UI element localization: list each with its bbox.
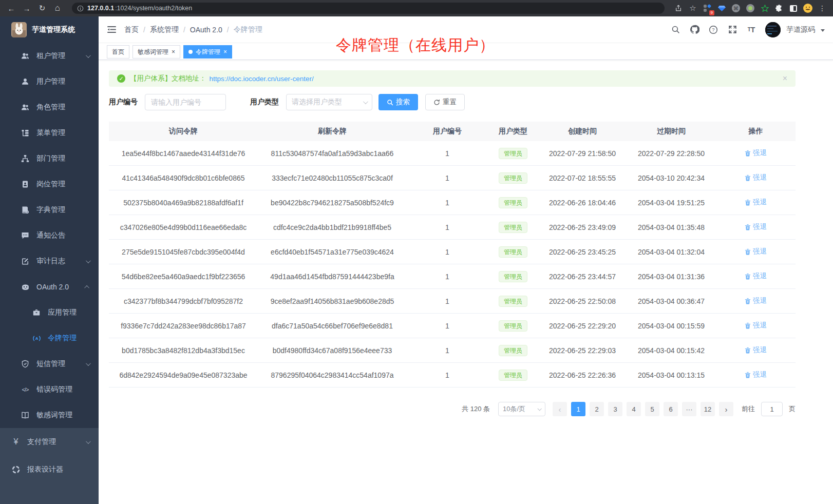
- expires-at-cell: 2054-03-04 01:31:36: [627, 273, 716, 281]
- tab-home[interactable]: 首页: [107, 45, 129, 59]
- sidebar-item-post[interactable]: 岗位管理: [0, 171, 99, 197]
- puzzle-icon[interactable]: [773, 3, 785, 14]
- back-icon[interactable]: ←: [5, 2, 17, 14]
- force-logout-button[interactable]: 强退: [745, 272, 767, 281]
- user-type-select[interactable]: 请选择用户类型: [286, 94, 372, 110]
- trash-icon: [745, 224, 751, 230]
- force-logout-button[interactable]: 强退: [745, 321, 767, 330]
- breadcrumb-system[interactable]: 系统管理: [150, 25, 179, 34]
- chevron-down-icon: [86, 439, 91, 444]
- next-page-button[interactable]: ›: [719, 402, 733, 416]
- forward-icon[interactable]: →: [21, 2, 33, 14]
- sidebar-item-dict[interactable]: 字典管理: [0, 197, 99, 223]
- page-button-2[interactable]: 2: [590, 402, 604, 416]
- tab-sensitive-word[interactable]: 敏感词管理 ×: [132, 45, 180, 59]
- extension-blocks-icon[interactable]: 9: [702, 3, 713, 14]
- command-icon[interactable]: ⌘: [730, 3, 742, 14]
- more-pages-button[interactable]: ···: [682, 402, 696, 416]
- page-button-3[interactable]: 3: [608, 402, 622, 416]
- font-size-icon[interactable]: TT: [746, 25, 756, 35]
- app-logo: [11, 22, 27, 37]
- sidebar-item-errcode[interactable]: </> 错误码管理: [0, 377, 99, 402]
- goto-page-input[interactable]: [761, 402, 783, 416]
- sidebar-item-oauth2-app[interactable]: 应用管理: [0, 300, 99, 325]
- user-id-input[interactable]: [145, 94, 226, 110]
- bookmark-star-icon[interactable]: ☆: [687, 3, 698, 14]
- browser-menu-icon[interactable]: ⋮: [817, 3, 828, 14]
- force-logout-button[interactable]: 强退: [745, 345, 767, 355]
- page-button-6[interactable]: 6: [664, 402, 678, 416]
- chevron-down-icon[interactable]: [821, 29, 825, 32]
- force-logout-button[interactable]: 强退: [745, 247, 767, 256]
- robot-icon: [21, 282, 30, 292]
- access-token-cell: 1ea5e44f8bc1467aaede43144f31de76: [109, 149, 258, 158]
- app-logo-bar[interactable]: 芋道管理系统: [0, 16, 99, 43]
- sidebar-item-report-designer[interactable]: 报表设计器: [0, 456, 99, 483]
- username[interactable]: 芋道源码: [786, 25, 815, 34]
- action-cell: 强退: [716, 296, 796, 306]
- access-token-cell: c342377bf8b344799dcbf7bf095287f2: [109, 297, 258, 305]
- sidebar-item-audit-log[interactable]: 审计日志: [0, 248, 99, 274]
- chevron-down-icon: [86, 53, 91, 58]
- reload-icon[interactable]: ↻: [36, 2, 48, 14]
- sidebar-item-oauth2[interactable]: OAuth 2.0: [0, 274, 99, 300]
- force-logout-button[interactable]: 强退: [745, 296, 767, 305]
- doc-link[interactable]: https://doc.iocoder.cn/user-center/: [210, 75, 314, 83]
- user-type-cell: 管理员: [488, 148, 538, 159]
- breadcrumb-home[interactable]: 首页: [124, 25, 139, 34]
- message-icon: [21, 231, 30, 240]
- access-token-cell: 275e5de9151045fe87cbdc395e004f4d: [109, 248, 258, 256]
- breadcrumb-oauth2[interactable]: OAuth 2.0: [190, 26, 222, 34]
- help-icon[interactable]: ?: [708, 25, 718, 35]
- fullscreen-icon[interactable]: [727, 25, 737, 35]
- share-icon[interactable]: [673, 3, 684, 14]
- refresh-token-cell: 8796295f04064c2983414cc54af1097a: [258, 371, 407, 379]
- sidebar-item-sensitive-word[interactable]: 敏感词管理: [0, 402, 99, 428]
- record-icon[interactable]: [745, 3, 756, 14]
- sidebar-item-label: 字典管理: [36, 205, 65, 215]
- force-logout-button[interactable]: 强退: [745, 370, 767, 379]
- reset-button[interactable]: 重置: [425, 94, 465, 110]
- sidebar-item-menu[interactable]: 菜单管理: [0, 120, 99, 146]
- page-button-12[interactable]: 12: [701, 402, 715, 416]
- force-logout-button[interactable]: 强退: [745, 222, 767, 231]
- sidebar-item-sms[interactable]: 短信管理: [0, 351, 99, 377]
- sidebar-item-pay[interactable]: ¥ 支付管理: [0, 428, 99, 456]
- sidebar-item-label: 审计日志: [36, 257, 65, 266]
- close-icon[interactable]: ×: [223, 48, 227, 55]
- sidebar-item-tenant[interactable]: 租户管理: [0, 43, 99, 69]
- sidebar-item-user[interactable]: 用户管理: [0, 69, 99, 94]
- page-size-select[interactable]: 10条/页: [498, 402, 545, 416]
- tab-token[interactable]: 令牌管理 ×: [183, 45, 232, 59]
- sidebar-item-role[interactable]: 角色管理: [0, 94, 99, 120]
- page-button-4[interactable]: 4: [627, 402, 641, 416]
- force-logout-button[interactable]: 强退: [745, 173, 767, 182]
- force-logout-button[interactable]: 强退: [745, 198, 767, 207]
- sidebar-item-notice[interactable]: 通知公告: [0, 223, 99, 248]
- user-id-cell: 1: [407, 346, 488, 355]
- profile-avatar-icon[interactable]: [802, 3, 813, 14]
- app-title: 芋道管理系统: [32, 25, 75, 34]
- address-bar[interactable]: 127.0.0.1:1024/system/oauth2/token: [72, 3, 665, 14]
- split-window-icon[interactable]: [788, 3, 799, 14]
- sidebar-item-label: 通知公告: [36, 231, 65, 240]
- search-icon[interactable]: [670, 25, 680, 35]
- green-star-icon[interactable]: [759, 3, 770, 14]
- page-button-1[interactable]: 1: [571, 402, 585, 416]
- page-button-5[interactable]: 5: [645, 402, 659, 416]
- close-icon[interactable]: ×: [172, 48, 175, 55]
- collapse-sidebar-icon[interactable]: [107, 25, 117, 35]
- search-button[interactable]: 搜索: [378, 94, 418, 110]
- expires-at-cell: 2054-03-04 01:32:04: [627, 248, 716, 256]
- force-logout-button[interactable]: 强退: [745, 148, 767, 158]
- user-type-cell: 管理员: [488, 222, 538, 233]
- sidebar-item-dept[interactable]: 部门管理: [0, 146, 99, 171]
- prev-page-button[interactable]: ‹: [553, 402, 567, 416]
- gem-icon[interactable]: [716, 3, 727, 14]
- created-at-cell: 2022-06-25 22:29:03: [538, 346, 627, 355]
- home-icon[interactable]: ⌂: [51, 2, 64, 14]
- sidebar-item-oauth2-token[interactable]: A 令牌管理: [0, 325, 99, 351]
- github-icon[interactable]: [689, 25, 699, 35]
- alert-close-icon[interactable]: ×: [783, 74, 787, 83]
- user-avatar[interactable]: [765, 22, 781, 37]
